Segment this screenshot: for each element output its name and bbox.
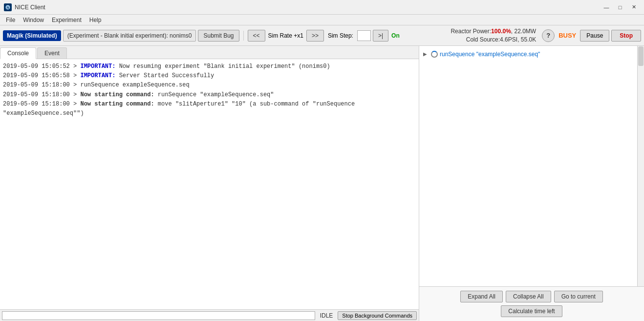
svg-text:N: N: [6, 6, 9, 9]
tab-event[interactable]: Event: [37, 47, 67, 59]
line1-rest: Now resuming experiment "Blank initial e…: [115, 63, 330, 70]
scrollbar-track: [637, 46, 644, 286]
cold-psi: 4.6PSI: [500, 36, 517, 43]
reactor-mw: , 22.0MW: [511, 28, 536, 35]
idle-label: IDLE: [317, 312, 336, 319]
collapse-all-button[interactable]: Collapse All: [506, 291, 551, 302]
maximize-button[interactable]: □: [614, 2, 626, 12]
line4-prefix: 2019-05-09 15:18:00 >: [3, 91, 80, 98]
help-button[interactable]: ?: [542, 29, 555, 42]
reactor-power-value: 100.0%: [491, 28, 511, 35]
toolbar: Magik (Simulated) (Experiment - Blank in…: [0, 25, 644, 46]
line2-rest: Server Started Successfully: [115, 72, 214, 79]
line4-command: Now starting command:: [80, 91, 154, 98]
tree-expand-icon[interactable]: ▶: [423, 51, 429, 57]
calculate-time-left-button[interactable]: Calculate time left: [501, 305, 562, 317]
line1-important: IMPORTANT:: [80, 63, 115, 70]
tab-bar: Console Event: [0, 46, 419, 59]
left-panel: Console Event 2019-05-09 15:05:52 > IMPO…: [0, 46, 419, 321]
stop-background-button[interactable]: Stop Background Commands: [338, 311, 417, 320]
right-panel: ▶ runSequence "exampleSequence.seq" Expa…: [419, 46, 644, 321]
stop-button[interactable]: Stop: [611, 30, 641, 42]
window-controls: — □ ✕: [600, 2, 640, 12]
line2-important: IMPORTANT:: [80, 72, 115, 79]
title-bar: N NICE Client — □ ✕: [0, 0, 644, 15]
right-scroll-area: ▶ runSequence "exampleSequence.seq": [419, 46, 644, 286]
close-button[interactable]: ✕: [627, 2, 640, 12]
line1-prefix: 2019-05-09 15:05:52 >: [3, 63, 80, 70]
console-line-4: 2019-05-09 15:18:00 > Now starting comma…: [3, 90, 416, 100]
experiment-label: (Experiment - Blank initial experiment):…: [63, 30, 196, 42]
bottom-bar: IDLE Stop Background Commands: [0, 309, 419, 321]
line2-prefix: 2019-05-09 15:05:58 >: [3, 72, 80, 79]
sim-step-label: Sim Step:: [326, 32, 355, 39]
submit-bug-button[interactable]: Submit Bug: [198, 30, 239, 42]
menu-help[interactable]: Help: [86, 16, 106, 24]
divider-1: [243, 31, 244, 41]
console-line-3: 2019-05-09 15:18:00 > runSequence exampl…: [3, 81, 416, 90]
menu-bar: File Window Experiment Help: [0, 15, 644, 25]
main-content: Console Event 2019-05-09 15:05:52 > IMPO…: [0, 46, 644, 321]
tab-console[interactable]: Console: [0, 47, 36, 59]
console-line-1: 2019-05-09 15:05:52 > IMPORTANT: Now res…: [3, 62, 416, 71]
sim-rate-label: Sim Rate +x1: [266, 32, 305, 39]
busy-label: BUSY: [557, 32, 578, 39]
expand-all-button[interactable]: Expand All: [460, 291, 503, 302]
tree-item-run-sequence: ▶ runSequence "exampleSequence.seq": [423, 50, 640, 59]
action-row-1: Expand All Collapse All Go to current: [460, 291, 602, 302]
menu-window[interactable]: Window: [19, 16, 48, 24]
console-output: 2019-05-09 15:05:52 > IMPORTANT: Now res…: [0, 59, 419, 309]
menu-file[interactable]: File: [2, 16, 19, 24]
tree-sequence-label: runSequence "exampleSequence.seq": [440, 51, 540, 58]
go-to-current-button[interactable]: Go to current: [554, 291, 603, 302]
line4-rest: runSequence "exampleSequence.seq": [154, 91, 274, 98]
app-title: NICE Client: [15, 4, 600, 11]
sim-right-button[interactable]: >>: [306, 30, 324, 42]
line5-prefix: 2019-05-09 15:18:00 >: [3, 101, 80, 107]
cold-temp: , 55.0K: [517, 36, 536, 43]
magik-badge: Magik (Simulated): [3, 30, 61, 41]
pause-button[interactable]: Pause: [580, 30, 609, 42]
loading-spinner: [431, 51, 438, 58]
action-row-2: Calculate time left: [501, 305, 562, 317]
app-logo: N: [4, 3, 12, 11]
line3-text: 2019-05-09 15:18:00 > runSequence exampl…: [3, 82, 190, 88]
sim-forward-button[interactable]: >|: [373, 30, 388, 42]
reactor-power-label: Reactor Power:: [451, 28, 491, 35]
command-input[interactable]: [2, 311, 315, 320]
minimize-button[interactable]: —: [600, 2, 613, 12]
sim-left-button[interactable]: <<: [248, 30, 265, 42]
line5-command: Now starting command:: [80, 101, 154, 107]
cold-source-label: Cold Source:: [466, 36, 500, 43]
console-line-2: 2019-05-09 15:05:58 > IMPORTANT: Server …: [3, 71, 416, 81]
console-line-5: 2019-05-09 15:18:00 > Now starting comma…: [3, 100, 416, 118]
sim-rate-controls: << Sim Rate +x1 >>: [248, 30, 324, 42]
reactor-info: Reactor Power:100.0%, 22.0MW Cold Source…: [403, 27, 540, 44]
menu-experiment[interactable]: Experiment: [48, 16, 86, 24]
on-label: On: [390, 32, 401, 39]
scrollbar-thumb[interactable]: [638, 46, 644, 66]
sim-step-input[interactable]: [357, 30, 371, 41]
right-actions: Expand All Collapse All Go to current Ca…: [419, 286, 644, 321]
